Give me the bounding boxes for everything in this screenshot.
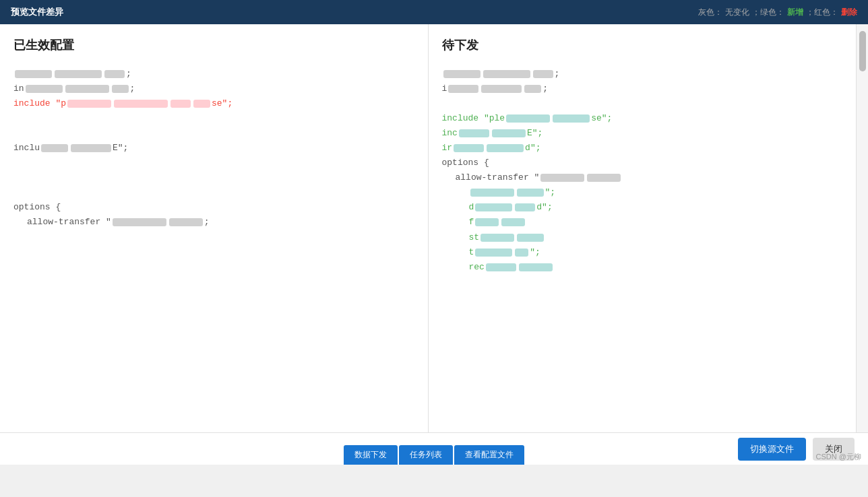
left-line-2: in ;	[13, 81, 414, 96]
right-line-1: ;	[442, 67, 843, 81]
left-line-options: options {	[13, 200, 414, 215]
left-panel-title: 已生效配置	[13, 35, 414, 56]
left-line-allow-transfer: allow-transfer " ;	[13, 215, 414, 230]
blur-13	[113, 218, 166, 226]
tab-data-push[interactable]: 数据下发	[344, 445, 398, 465]
right-line-options: options {	[442, 156, 843, 170]
blur-1	[15, 70, 52, 78]
blur-14	[169, 218, 203, 226]
left-blank-1	[13, 111, 414, 126]
right-added-2: d d";	[442, 200, 843, 215]
legend-sep1: ；绿色：	[752, 7, 784, 18]
switch-source-button[interactable]: 切换源文件	[738, 438, 806, 461]
left-blank-4	[13, 170, 414, 185]
legend-added: 新增	[787, 7, 803, 18]
right-added-3: f	[442, 215, 843, 230]
left-line-incl: inclu E";	[13, 141, 414, 156]
blur-8	[114, 100, 168, 108]
blur-5	[65, 85, 109, 93]
tab-task-list[interactable]: 任务列表	[399, 445, 453, 465]
blur-7	[67, 100, 111, 108]
scrollbar[interactable]	[856, 24, 868, 432]
watermark: CSDN @元柳	[816, 452, 861, 462]
blur-9	[170, 100, 191, 108]
right-added-4: st	[442, 230, 843, 245]
left-blank-5	[13, 185, 414, 200]
bottom-tabs-area: 数据下发 任务列表 查看配置文件	[344, 445, 524, 465]
right-blank-1	[442, 96, 843, 111]
blur-2	[55, 70, 102, 78]
diff-area: 已生效配置 ; in ; include "p	[0, 24, 868, 432]
blur-3	[104, 70, 125, 78]
blur-11	[41, 144, 68, 152]
legend-sep2: ；红色：	[806, 7, 838, 18]
legend-no-change: 无变化	[725, 7, 749, 18]
right-added-5: t ";	[442, 245, 843, 260]
legend-area: 灰色： 无变化 ；绿色： 新增 ；红色： 删除	[698, 7, 857, 18]
blur-4	[26, 85, 63, 93]
left-blank-2	[13, 126, 414, 141]
left-line-1: ;	[13, 67, 414, 81]
scrollbar-thumb[interactable]	[859, 31, 866, 71]
right-panel-title: 待下发	[442, 35, 843, 56]
right-line-ir-d: ir d";	[442, 141, 843, 156]
legend-gray-label: 灰色：	[698, 7, 722, 18]
tab-view-config[interactable]: 查看配置文件	[454, 445, 524, 465]
title-bar: 预览文件差异 灰色： 无变化 ；绿色： 新增 ；红色： 删除	[0, 0, 868, 24]
dialog-title: 预览文件差异	[11, 6, 63, 18]
right-line-2: i ;	[442, 81, 843, 96]
blur-12	[71, 144, 111, 152]
right-line-inc-e: inc E";	[442, 126, 843, 141]
right-panel: 待下发 ; i ; include "ple	[429, 24, 857, 432]
right-added-1: ";	[442, 185, 843, 200]
left-panel: 已生效配置 ; in ; include "p	[0, 24, 429, 432]
blur-10	[193, 100, 210, 108]
legend-deleted: 删除	[841, 7, 857, 18]
left-blank-3	[13, 156, 414, 170]
right-added-6: rec	[442, 260, 843, 275]
right-line-include-1: include "ple se";	[442, 111, 843, 126]
blur-6	[112, 85, 129, 93]
main-container: 已生效配置 ; in ; include "p	[0, 24, 868, 465]
right-line-allow-transfer: allow-transfer "	[442, 170, 843, 185]
left-line-3-deleted: include "p se";	[13, 96, 414, 111]
